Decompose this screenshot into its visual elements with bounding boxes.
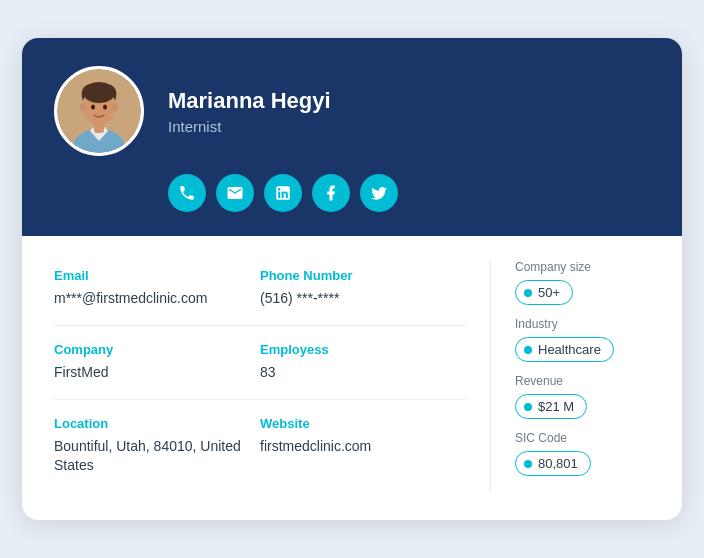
revenue-label: Revenue	[515, 374, 650, 388]
header-top: Marianna Hegyi Internist	[54, 66, 650, 156]
location-label: Location	[54, 416, 260, 431]
email-label: Email	[54, 268, 260, 283]
badge-dot-revenue	[524, 403, 532, 411]
company-size-badge[interactable]: 50+	[515, 280, 573, 305]
sic-value: 80,801	[538, 456, 578, 471]
company-size-block: Company size 50+	[515, 260, 650, 305]
industry-block: Industry Healthcare	[515, 317, 650, 362]
person-name: Marianna Hegyi	[168, 88, 331, 114]
card-header: Marianna Hegyi Internist	[22, 38, 682, 236]
website-block: Website firstmedclinic.com	[260, 399, 466, 492]
phone-icon[interactable]	[168, 174, 206, 212]
person-title: Internist	[168, 118, 331, 135]
location-value: Bountiful, Utah, 84010, United States	[54, 437, 260, 476]
email-icon[interactable]	[216, 174, 254, 212]
employees-label: Employess	[260, 342, 466, 357]
sic-badge[interactable]: 80,801	[515, 451, 591, 476]
svg-point-8	[112, 103, 118, 111]
revenue-badge[interactable]: $21 M	[515, 394, 587, 419]
avatar	[54, 66, 144, 156]
badge-dot-sic	[524, 460, 532, 468]
badge-dot	[524, 289, 532, 297]
svg-point-7	[80, 103, 86, 111]
svg-point-5	[91, 105, 95, 110]
header-info: Marianna Hegyi Internist	[168, 88, 331, 135]
profile-card: Marianna Hegyi Internist	[22, 38, 682, 519]
industry-badge[interactable]: Healthcare	[515, 337, 614, 362]
linkedin-icon[interactable]	[264, 174, 302, 212]
facebook-icon[interactable]	[312, 174, 350, 212]
company-size-value: 50+	[538, 285, 560, 300]
website-value: firstmedclinic.com	[260, 437, 466, 457]
email-value: m***@firstmedclinic.com	[54, 289, 260, 309]
employees-value: 83	[260, 363, 466, 383]
twitter-icon[interactable]	[360, 174, 398, 212]
revenue-block: Revenue $21 M	[515, 374, 650, 419]
svg-point-6	[103, 105, 107, 110]
phone-value: (516) ***-****	[260, 289, 466, 309]
company-label: Company	[54, 342, 260, 357]
email-block: Email m***@firstmedclinic.com	[54, 260, 260, 325]
website-label: Website	[260, 416, 466, 431]
company-size-label: Company size	[515, 260, 650, 274]
card-body: Email m***@firstmedclinic.com Phone Numb…	[22, 236, 682, 519]
avatar-image	[57, 69, 141, 153]
sic-label: SIC Code	[515, 431, 650, 445]
company-value: FirstMed	[54, 363, 260, 383]
social-icons	[54, 174, 650, 212]
industry-label: Industry	[515, 317, 650, 331]
phone-block: Phone Number (516) ***-****	[260, 260, 466, 325]
revenue-value: $21 M	[538, 399, 574, 414]
company-block: Company FirstMed	[54, 325, 260, 399]
sic-block: SIC Code 80,801	[515, 431, 650, 476]
badge-dot-industry	[524, 346, 532, 354]
location-block: Location Bountiful, Utah, 84010, United …	[54, 399, 260, 492]
industry-value: Healthcare	[538, 342, 601, 357]
sidebar: Company size 50+ Industry Healthcare Rev…	[490, 260, 650, 491]
employees-block: Employess 83	[260, 325, 466, 399]
info-section: Email m***@firstmedclinic.com Phone Numb…	[54, 260, 490, 491]
phone-label: Phone Number	[260, 268, 466, 283]
